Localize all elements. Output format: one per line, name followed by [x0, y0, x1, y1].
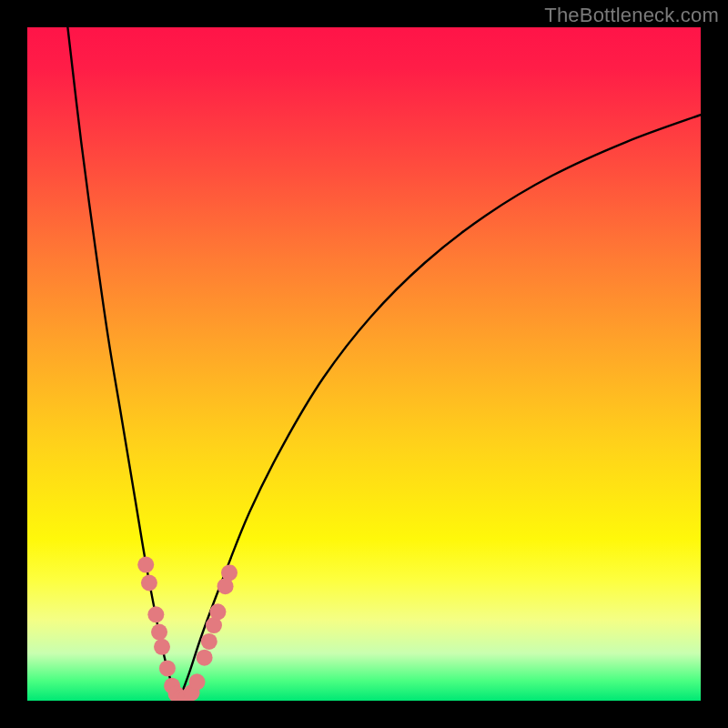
chart-dot	[137, 557, 154, 573]
chart-dot	[201, 633, 217, 650]
left-curve	[67, 27, 178, 701]
chart-dot	[209, 603, 226, 620]
chart-dot	[188, 673, 205, 690]
chart-dot	[221, 564, 238, 581]
chart-dot	[147, 606, 164, 622]
chart-dot	[151, 624, 167, 641]
chart-dot	[159, 660, 176, 676]
chart-svg	[27, 27, 701, 701]
right-curve	[179, 115, 702, 701]
chart-dot	[141, 575, 157, 592]
chart-dot	[154, 639, 170, 655]
chart-plot-area	[27, 27, 701, 701]
watermark-text: TheBottleneck.com	[544, 4, 719, 27]
chart-dot	[197, 650, 213, 666]
chart-frame: TheBottleneck.com	[0, 0, 728, 728]
